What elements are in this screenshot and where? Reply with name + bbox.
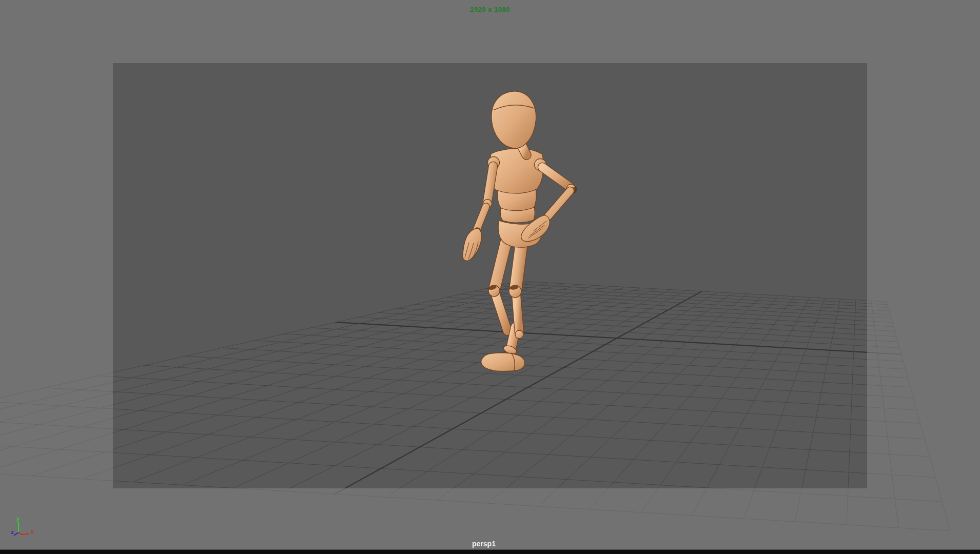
figure-left-arm [463, 166, 493, 261]
mannequin-character[interactable] [0, 0, 980, 554]
figure-head [492, 91, 536, 155]
axis-z-label: z [11, 529, 14, 535]
view-axis-gizmo: y x z [5, 516, 38, 543]
axis-x-label: x [31, 528, 34, 535]
axis-x-line [18, 532, 29, 535]
resolution-label: 1920 x 1080 [470, 6, 510, 13]
axis-y-label: y [16, 516, 20, 522]
bottom-bar [0, 549, 980, 554]
axis-z-line [14, 532, 18, 536]
camera-label: persp1 [472, 540, 496, 548]
viewport[interactable]: 1920 x 1080 persp1 y x z [0, 0, 980, 554]
